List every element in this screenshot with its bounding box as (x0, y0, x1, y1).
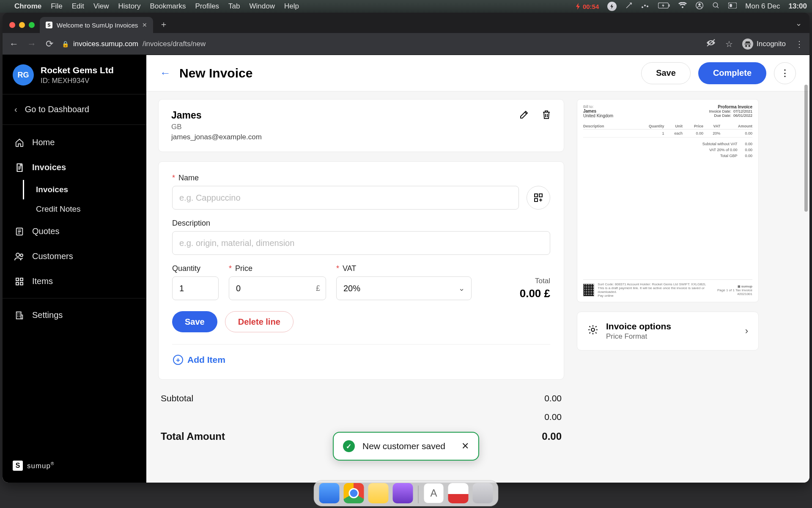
gear-icon (587, 324, 598, 338)
quantity-label: Quantity (172, 264, 219, 273)
price-input[interactable] (229, 276, 326, 300)
dock-textedit-icon[interactable]: A (424, 483, 444, 503)
invoice-options-card[interactable]: Invoice options Price Format › (577, 312, 759, 351)
battery-status-icon[interactable]: 00:54 (575, 3, 599, 10)
battery-icon[interactable] (658, 2, 670, 11)
chevron-right-icon: › (745, 326, 748, 337)
menu-file[interactable]: File (51, 2, 62, 11)
menu-edit[interactable]: Edit (72, 2, 84, 11)
quantity-input[interactable] (172, 276, 219, 300)
menubar-date[interactable]: Mon 6 Dec (745, 2, 780, 11)
invoice-preview[interactable]: Bill to: James United Kingdom Proforma I… (577, 99, 759, 302)
left-column: James GB james_jonas@example.com (158, 99, 564, 483)
dock-flag-icon[interactable] (448, 483, 469, 503)
status-dots-icon[interactable] (641, 2, 650, 11)
price-currency-suffix: £ (316, 284, 320, 293)
vertical-scrollbar[interactable] (804, 85, 808, 212)
back-arrow-icon[interactable]: ← (160, 66, 171, 80)
status-app-icon[interactable] (607, 2, 617, 11)
pv-sub-total-label: Total GBP (720, 154, 738, 158)
invoice-options-title: Invoice options (606, 321, 671, 331)
nav-invoices[interactable]: Invoices (3, 155, 146, 180)
app-root: RG Rocket Gems Ltd ID: MEXH934V ‹ Go to … (3, 55, 809, 483)
pv-row-amount: 0.00 (720, 130, 752, 138)
new-tab-button[interactable]: ＋ (157, 18, 170, 30)
add-item-button[interactable]: + Add Item (172, 352, 550, 367)
save-line-button[interactable]: Save (172, 311, 217, 332)
pv-qr-code-icon (583, 284, 594, 296)
save-button[interactable]: Save (641, 62, 691, 84)
nav-invoices-label: Invoices (32, 163, 66, 172)
nav-home[interactable]: Home (3, 130, 146, 155)
pv-billto-name: James (583, 109, 613, 113)
window-close-button[interactable] (9, 22, 15, 28)
tab-close-icon[interactable]: ✕ (142, 22, 147, 28)
nav-back-icon[interactable]: ← (8, 39, 19, 50)
brand-logo-icon: S (13, 461, 23, 471)
item-name-input[interactable] (172, 186, 519, 210)
nav-forward-icon: → (26, 39, 37, 50)
pv-sub-vat-label: VAT 20% of 0.00 (709, 148, 738, 152)
svg-point-12 (16, 253, 19, 257)
browser-tab-active[interactable]: S Welcome to SumUp Invoices ✕ (40, 17, 153, 33)
menu-history[interactable]: History (118, 2, 140, 11)
subnav-credit-notes[interactable]: Credit Notes (24, 199, 146, 219)
spotlight-search-icon[interactable] (712, 2, 720, 11)
dock-chrome-icon[interactable] (344, 483, 364, 503)
line-total-label: Total (520, 277, 550, 285)
edit-customer-icon[interactable] (519, 110, 529, 122)
dock-notes-icon[interactable] (368, 483, 389, 503)
nav-settings-label: Settings (32, 310, 63, 320)
required-star-icon: * (229, 264, 232, 273)
more-menu-button[interactable]: ⋮ (774, 62, 796, 84)
menubar-app-name[interactable]: Chrome (14, 2, 41, 11)
nav-reload-icon[interactable]: ⟳ (44, 39, 55, 50)
bookmark-star-icon[interactable]: ☆ (725, 39, 733, 49)
control-center-icon[interactable] (728, 2, 737, 11)
user-account-icon[interactable] (695, 1, 704, 12)
tabs-overflow-icon[interactable]: ⌄ (796, 19, 802, 28)
open-catalog-button[interactable] (527, 186, 550, 210)
wifi-icon[interactable] (678, 2, 687, 11)
toast-close-icon[interactable]: ✕ (461, 441, 469, 452)
home-icon (14, 138, 25, 147)
nav-settings[interactable]: Settings (3, 303, 146, 328)
macos-dock: A (314, 480, 499, 506)
menu-tab[interactable]: Tab (228, 2, 240, 11)
lock-icon[interactable]: 🔒 (62, 41, 69, 47)
delete-line-button[interactable]: Delete line (225, 311, 294, 332)
tab-title: Welcome to SumUp Invoices (57, 22, 138, 29)
address-bar[interactable]: 🔒 invoices.sumup.com/invoices/drafts/new (62, 40, 206, 48)
pv-sub-vat-value: 0.00 (745, 148, 752, 152)
menu-profiles[interactable]: Profiles (195, 2, 219, 11)
org-name: Rocket Gems Ltd (41, 65, 114, 76)
vat-select[interactable] (336, 276, 472, 300)
go-to-dashboard-link[interactable]: ‹ Go to Dashboard (3, 94, 146, 125)
dock-trash-icon[interactable] (473, 483, 493, 503)
menu-help[interactable]: Help (284, 2, 299, 11)
incognito-indicator[interactable]: Incognito (742, 39, 786, 50)
window-maximize-button[interactable] (29, 22, 35, 28)
nav-list: Home Invoices Invoices Credit Notes (3, 125, 146, 330)
menu-window[interactable]: Window (250, 2, 275, 11)
status-tool-icon[interactable] (625, 2, 633, 11)
svg-point-2 (647, 6, 648, 7)
menubar-time[interactable]: 13:00 (789, 2, 807, 11)
org-header[interactable]: RG Rocket Gems Ltd ID: MEXH934V (3, 55, 146, 94)
item-description-input[interactable] (172, 231, 550, 255)
subnav-invoices[interactable]: Invoices (23, 180, 146, 199)
dock-app-icon[interactable] (393, 483, 413, 503)
nav-quotes[interactable]: Quotes (3, 219, 146, 244)
complete-button[interactable]: Complete (698, 62, 766, 84)
delete-customer-icon[interactable] (542, 110, 551, 122)
nav-customers-label: Customers (32, 251, 73, 261)
menu-bookmarks[interactable]: Bookmarks (150, 2, 186, 11)
macos-menubar: Chrome File Edit View History Bookmarks … (0, 0, 812, 13)
nav-items[interactable]: Items (3, 269, 146, 294)
dock-finder-icon[interactable] (319, 483, 340, 503)
window-minimize-button[interactable] (19, 22, 25, 28)
nav-customers[interactable]: Customers (3, 244, 146, 269)
menu-view[interactable]: View (93, 2, 109, 11)
eye-blocked-icon[interactable] (706, 39, 716, 49)
chrome-menu-icon[interactable]: ⋮ (795, 39, 804, 49)
